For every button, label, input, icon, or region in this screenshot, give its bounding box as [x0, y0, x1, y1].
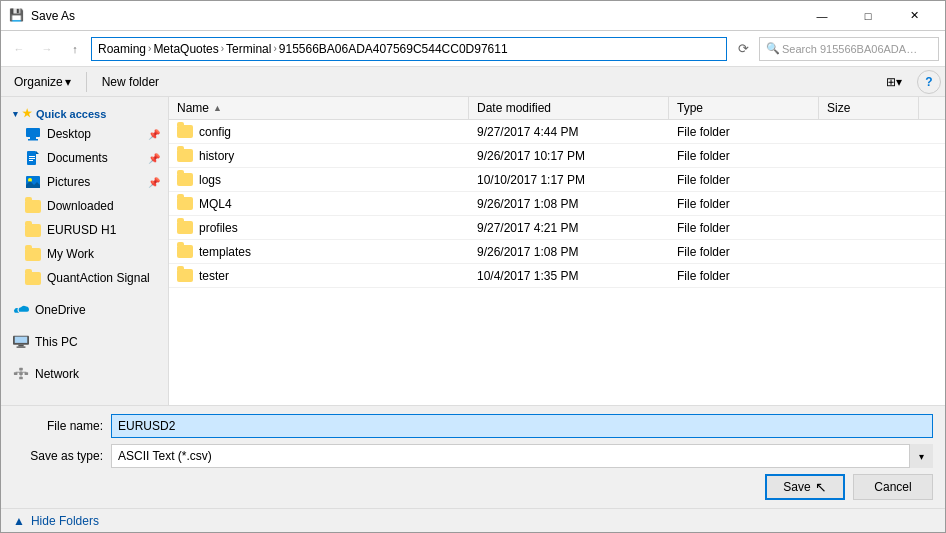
- documents-pin-icon: 📌: [148, 153, 160, 164]
- search-placeholder: Search 915566BA06ADA4075...: [782, 43, 922, 55]
- col-header-modified[interactable]: Date modified: [469, 97, 669, 119]
- table-row[interactable]: history 9/26/2017 10:17 PM File folder: [169, 144, 945, 168]
- sidebar-item-downloaded[interactable]: Downloaded: [1, 194, 168, 218]
- savetype-label: Save as type:: [13, 449, 103, 463]
- search-box[interactable]: 🔍 Search 915566BA06ADA4075...: [759, 37, 939, 61]
- table-row[interactable]: templates 9/26/2017 1:08 PM File folder: [169, 240, 945, 264]
- sidebar-item-pictures[interactable]: Pictures 📌: [1, 170, 168, 194]
- file-type-cell: File folder: [669, 144, 819, 167]
- save-button[interactable]: Save ↖: [765, 474, 845, 500]
- save-cursor-icon: ↖: [815, 479, 827, 495]
- onedrive-label: OneDrive: [35, 303, 160, 317]
- organize-button[interactable]: Organize ▾: [5, 70, 80, 94]
- close-button[interactable]: ✕: [891, 1, 937, 31]
- file-name-cell: profiles: [169, 216, 469, 239]
- svg-rect-10: [15, 337, 27, 343]
- address-path[interactable]: Roaming › MetaQuotes › Terminal › 915566…: [91, 37, 727, 61]
- thispc-label: This PC: [35, 335, 160, 349]
- file-size-cell: [819, 264, 919, 287]
- cancel-button[interactable]: Cancel: [853, 474, 933, 500]
- savetype-row: Save as type: ASCII Text (*.csv) ▾: [13, 444, 933, 468]
- pictures-label: Pictures: [47, 175, 142, 189]
- file-modified-cell: 9/27/2017 4:21 PM: [469, 216, 669, 239]
- desktop-icon: [25, 126, 41, 142]
- sidebar-item-quant[interactable]: QuantAction Signal: [1, 266, 168, 290]
- table-row[interactable]: MQL4 9/26/2017 1:08 PM File folder: [169, 192, 945, 216]
- file-size-cell: [819, 144, 919, 167]
- file-name-cell: config: [169, 120, 469, 143]
- toolbar: Organize ▾ New folder ⊞ ▾ ?: [1, 67, 945, 97]
- quick-access-arrow: ▾: [13, 109, 18, 119]
- sort-arrow: ▲: [213, 103, 222, 113]
- documents-icon: [25, 150, 41, 166]
- file-name-cell: MQL4: [169, 192, 469, 215]
- svg-rect-1: [30, 137, 36, 139]
- col-header-type[interactable]: Type: [669, 97, 819, 119]
- quick-access-star-icon: ★: [22, 107, 32, 120]
- file-type-cell: File folder: [669, 216, 819, 239]
- onedrive-icon: [13, 302, 29, 318]
- sidebar-item-mywork[interactable]: My Work: [1, 242, 168, 266]
- file-name-cell: logs: [169, 168, 469, 191]
- file-size-cell: [819, 240, 919, 263]
- refresh-button[interactable]: ⟳: [731, 37, 755, 61]
- hide-folders-arrow: ▲: [13, 514, 25, 528]
- savetype-select[interactable]: ASCII Text (*.csv): [111, 444, 933, 468]
- col-header-name[interactable]: Name ▲: [169, 97, 469, 119]
- eurusd-label: EURUSD H1: [47, 223, 160, 237]
- col-header-size[interactable]: Size: [819, 97, 919, 119]
- sidebar-item-desktop[interactable]: Desktop 📌: [1, 122, 168, 146]
- path-id: 915566BA06ADA407569C544CC0D97611: [279, 42, 508, 56]
- help-button[interactable]: ?: [917, 70, 941, 94]
- downloaded-label: Downloaded: [47, 199, 160, 213]
- file-rows: config 9/27/2017 4:44 PM File folder his…: [169, 120, 945, 288]
- cancel-label: Cancel: [874, 480, 911, 494]
- file-list-header: Name ▲ Date modified Type Size: [169, 97, 945, 120]
- svg-rect-5: [29, 158, 35, 159]
- folder-icon: [177, 149, 193, 162]
- maximize-button[interactable]: □: [845, 1, 891, 31]
- filename-input[interactable]: [111, 414, 933, 438]
- table-row[interactable]: config 9/27/2017 4:44 PM File folder: [169, 120, 945, 144]
- sidebar-item-eurusd[interactable]: EURUSD H1: [1, 218, 168, 242]
- downloaded-icon: [25, 198, 41, 214]
- main-content: ▾ ★ Quick access Desktop 📌 Documents 📌: [1, 97, 945, 405]
- desktop-label: Desktop: [47, 127, 142, 141]
- file-size-cell: [819, 168, 919, 191]
- minimize-button[interactable]: —: [799, 1, 845, 31]
- hide-folders-bar[interactable]: ▲ Hide Folders: [1, 508, 945, 532]
- sidebar-divider-2: [1, 322, 168, 330]
- organize-label: Organize: [14, 75, 63, 89]
- folder-icon: [177, 173, 193, 186]
- filename-label: File name:: [13, 419, 103, 433]
- view-button[interactable]: ⊞ ▾: [877, 70, 911, 94]
- sidebar-item-network[interactable]: Network: [1, 362, 168, 386]
- bottom-bar: File name: Save as type: ASCII Text (*.c…: [1, 405, 945, 508]
- table-row[interactable]: logs 10/10/2017 1:17 PM File folder: [169, 168, 945, 192]
- sidebar-quick-access-header[interactable]: ▾ ★ Quick access: [1, 101, 168, 122]
- forward-button[interactable]: →: [35, 37, 59, 61]
- sidebar-item-documents[interactable]: Documents 📌: [1, 146, 168, 170]
- file-name-cell: templates: [169, 240, 469, 263]
- mywork-icon: [25, 246, 41, 262]
- up-button[interactable]: ↑: [63, 37, 87, 61]
- folder-icon: [177, 221, 193, 234]
- file-size-cell: [819, 192, 919, 215]
- svg-rect-11: [18, 345, 23, 347]
- file-modified-cell: 10/4/2017 1:35 PM: [469, 264, 669, 287]
- address-bar: ← → ↑ Roaming › MetaQuotes › Terminal › …: [1, 31, 945, 67]
- title-bar: 💾 Save As — □ ✕: [1, 1, 945, 31]
- toolbar-separator: [86, 72, 87, 92]
- svg-rect-17: [19, 377, 23, 380]
- svg-rect-12: [17, 346, 26, 347]
- back-button[interactable]: ←: [7, 37, 31, 61]
- new-folder-button[interactable]: New folder: [93, 70, 168, 94]
- sidebar-item-thispc[interactable]: This PC: [1, 330, 168, 354]
- window-title: Save As: [31, 9, 799, 23]
- table-row[interactable]: profiles 9/27/2017 4:21 PM File folder: [169, 216, 945, 240]
- table-row[interactable]: tester 10/4/2017 1:35 PM File folder: [169, 264, 945, 288]
- svg-rect-2: [28, 139, 38, 141]
- sidebar-item-onedrive[interactable]: OneDrive: [1, 298, 168, 322]
- sidebar-divider-3: [1, 354, 168, 362]
- quant-label: QuantAction Signal: [47, 271, 160, 285]
